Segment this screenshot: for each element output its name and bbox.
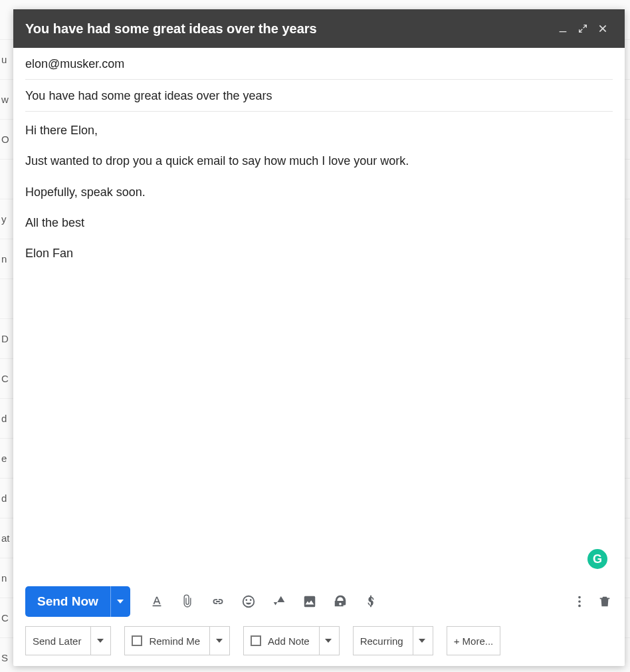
drive-icon[interactable] <box>271 594 287 610</box>
add-note-chip[interactable]: Add Note <box>243 626 340 655</box>
remind-me-chip[interactable]: Remind Me <box>124 626 230 655</box>
format-toolbar <box>149 594 379 610</box>
body-line: Hopefully, speak soon. <box>25 184 613 200</box>
compose-titlebar: You have had some great ideas over the y… <box>13 9 625 48</box>
minimize-icon[interactable] <box>553 19 573 39</box>
chevron-down-icon[interactable] <box>209 627 223 655</box>
formatting-icon[interactable] <box>149 594 165 610</box>
fullscreen-icon[interactable] <box>573 19 593 39</box>
svg-point-3 <box>578 605 581 608</box>
confidential-icon[interactable] <box>332 594 348 610</box>
more-options-icon[interactable] <box>572 594 587 610</box>
more-chip[interactable]: + More... <box>447 626 501 655</box>
to-field-row <box>25 48 613 80</box>
chevron-down-icon[interactable] <box>413 627 426 655</box>
send-split-button: Send Now <box>25 586 130 617</box>
checkbox-icon[interactable] <box>132 635 142 646</box>
chip-label: Add Note <box>268 635 310 647</box>
recurring-chip[interactable]: Recurring <box>353 626 433 655</box>
chip-label: Recurring <box>360 635 403 647</box>
chip-label: Remind Me <box>149 635 200 647</box>
compose-body[interactable]: Hi there Elon, Just wanted to drop you a… <box>13 112 625 578</box>
subject-field[interactable] <box>25 89 613 103</box>
send-dropdown[interactable] <box>110 586 130 617</box>
chevron-down-icon[interactable] <box>319 627 332 655</box>
link-icon[interactable] <box>210 594 226 610</box>
body-line: Elon Fan <box>25 245 613 261</box>
grammarly-icon[interactable]: G <box>587 549 607 569</box>
compose-title: You have had some great ideas over the y… <box>25 21 553 37</box>
extension-chips: Send Later Remind Me Add Note Recurring … <box>13 623 625 666</box>
attach-icon[interactable] <box>179 594 195 610</box>
compose-header-fields <box>13 48 625 112</box>
svg-rect-0 <box>560 31 567 32</box>
body-line: Hi there Elon, <box>25 122 613 138</box>
body-line: All the best <box>25 215 613 231</box>
body-line: Just wanted to drop you a quick email to… <box>25 153 613 169</box>
checkbox-icon[interactable] <box>251 635 261 646</box>
image-icon[interactable] <box>302 594 318 610</box>
send-later-chip[interactable]: Send Later <box>25 626 111 655</box>
chip-label: Send Later <box>33 635 81 647</box>
svg-point-1 <box>578 596 581 599</box>
subject-field-row <box>25 80 613 112</box>
svg-point-2 <box>578 600 581 603</box>
compose-toolbar: Send Now <box>13 578 625 623</box>
trash-icon[interactable] <box>597 594 613 610</box>
compose-window: You have had some great ideas over the y… <box>13 9 625 666</box>
emoji-icon[interactable] <box>241 594 257 610</box>
dollar-icon[interactable] <box>363 594 379 610</box>
chevron-down-icon[interactable] <box>90 627 104 655</box>
close-icon[interactable] <box>593 19 613 39</box>
chip-label: + More... <box>454 635 494 647</box>
send-button[interactable]: Send Now <box>25 586 110 617</box>
to-field[interactable] <box>25 57 613 71</box>
